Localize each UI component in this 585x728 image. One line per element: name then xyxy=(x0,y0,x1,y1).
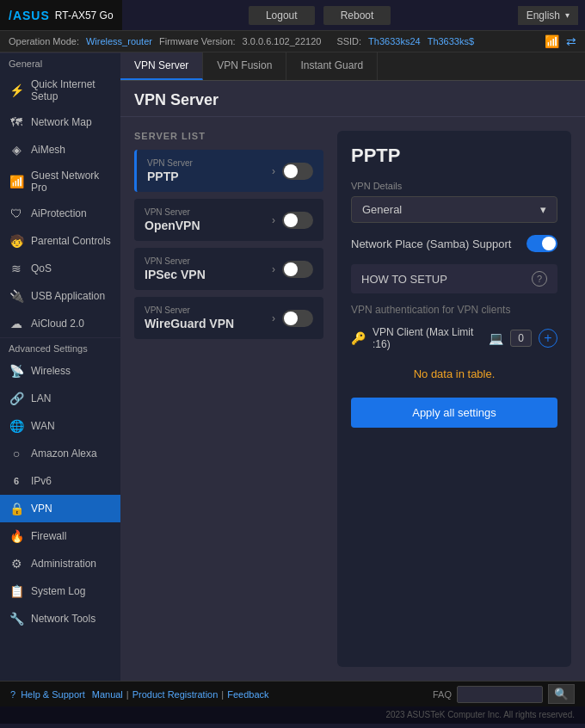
product-registration-link[interactable]: Product Registration xyxy=(132,689,219,700)
lan-icon: 🔗 xyxy=(9,391,24,406)
sidebar-item-qos[interactable]: ≋ QoS xyxy=(0,255,120,282)
logout-button[interactable]: Logout xyxy=(249,6,315,25)
vpn-server-label-openvpn: VPN Server xyxy=(145,207,272,217)
asus-logo: /ASUS xyxy=(9,9,50,22)
sidebar-item-administration[interactable]: ⚙ Administration xyxy=(0,550,120,577)
footer-faq: FAQ 🔍 xyxy=(433,684,575,704)
content-area: VPN Server VPN Fusion Instant Guard VPN … xyxy=(120,52,585,681)
how-to-setup-row[interactable]: HOW TO SETUP ? xyxy=(351,264,557,293)
apply-settings-button[interactable]: Apply all settings xyxy=(351,398,557,428)
faq-search-input[interactable] xyxy=(457,686,543,703)
vpn-server-item-openvpn[interactable]: VPN Server OpenVPN › xyxy=(134,199,323,241)
feedback-link[interactable]: Feedback xyxy=(227,689,268,700)
ipsec-toggle[interactable] xyxy=(282,261,313,278)
sidebar-item-vpn[interactable]: 🔒 VPN xyxy=(0,495,120,522)
vpn-server-name-wireguard: WireGuard VPN xyxy=(145,317,272,330)
wireguard-toggle[interactable] xyxy=(282,310,313,327)
chevron-right-icon: › xyxy=(272,263,275,275)
server-list-panel: SERVER LIST VPN Server PPTP › VPN Server… xyxy=(134,131,323,667)
page-title: VPN Server xyxy=(120,81,585,117)
sidebar-item-label: Wireless xyxy=(31,365,71,377)
sidebar-item-usb-application[interactable]: 🔌 USB Application xyxy=(0,282,120,310)
tab-vpn-server[interactable]: VPN Server xyxy=(120,52,203,80)
sidebar-item-aiprotection[interactable]: 🛡 AiProtection xyxy=(0,200,120,227)
copyright-text: 2023 ASUSTeK Computer Inc. All rights re… xyxy=(385,710,575,719)
administration-icon: ⚙ xyxy=(9,556,24,571)
pptp-panel: PPTP VPN Details General ▾ Network Place… xyxy=(337,131,571,667)
chevron-right-icon: › xyxy=(272,312,275,324)
help-circle-icon: ? xyxy=(532,271,547,287)
sidebar-item-wireless[interactable]: 📡 Wireless xyxy=(0,357,120,385)
how-to-setup-label: HOW TO SETUP xyxy=(361,273,447,286)
vpn-details-dropdown[interactable]: General ▾ xyxy=(351,196,557,223)
ssid1-value[interactable]: Th3633ks24 xyxy=(368,36,421,46)
sidebar-item-label: LAN xyxy=(31,392,51,404)
aimesh-icon: ◈ xyxy=(9,142,24,157)
vpn-server-name-pptp: PPTP xyxy=(147,170,272,183)
sidebar-item-network-map[interactable]: 🗺 Network Map xyxy=(0,108,120,136)
reboot-button[interactable]: Reboot xyxy=(323,6,391,25)
openvpn-toggle[interactable] xyxy=(282,212,313,229)
faq-search-button[interactable]: 🔍 xyxy=(548,684,575,704)
sidebar-item-label: Network Map xyxy=(31,116,92,128)
sidebar-item-label: Administration xyxy=(31,558,96,570)
network-place-row: Network Place (Samba) Support xyxy=(351,235,557,252)
network-place-toggle[interactable] xyxy=(526,235,557,252)
ssid2-value[interactable]: Th3633ks$ xyxy=(428,36,474,46)
sidebar-item-aicloud[interactable]: ☁ AiCloud 2.0 xyxy=(0,310,120,337)
sidebar-item-guest-network[interactable]: 📶 Guest Network Pro xyxy=(0,163,120,200)
sidebar-item-firewall[interactable]: 🔥 Firewall xyxy=(0,522,120,550)
wan-icon: 🌐 xyxy=(9,418,24,434)
pptp-toggle[interactable] xyxy=(282,163,313,180)
header: /ASUS RT-AX57 Go Logout Reboot English ▾ xyxy=(0,0,585,31)
info-bar: Operation Mode: Wireless_router Firmware… xyxy=(0,31,585,52)
aiprotection-icon: 🛡 xyxy=(9,206,24,221)
help-support-link[interactable]: Help & Support xyxy=(21,689,85,700)
wireless-icon: 📡 xyxy=(9,363,24,379)
sidebar-item-label: Quick Internet Setup xyxy=(31,78,112,102)
sidebar-item-label: System Log xyxy=(31,585,85,597)
language-label: English xyxy=(526,9,560,22)
copyright-bar: 2023 ASUSTeK Computer Inc. All rights re… xyxy=(0,706,585,724)
vpn-client-label: VPN Client (Max Limit :16) xyxy=(373,326,482,350)
add-client-button[interactable]: + xyxy=(539,329,557,348)
tab-vpn-fusion[interactable]: VPN Fusion xyxy=(203,52,286,80)
tab-instant-guard[interactable]: Instant Guard xyxy=(286,52,378,80)
sidebar-item-label: Amazon Alexa xyxy=(31,447,97,460)
sidebar-item-lan[interactable]: 🔗 LAN xyxy=(0,385,120,412)
dropdown-arrow-icon: ▾ xyxy=(540,203,546,216)
vpn-server-info-openvpn: VPN Server OpenVPN xyxy=(145,207,272,232)
operation-mode-label: Operation Mode: xyxy=(9,36,79,46)
no-data-text: No data in table. xyxy=(351,357,557,391)
vpn-server-name-openvpn: OpenVPN xyxy=(145,219,272,232)
network-tools-icon: 🔧 xyxy=(9,611,24,626)
sidebar-item-quick-internet[interactable]: ⚡ Quick Internet Setup xyxy=(0,72,120,108)
sidebar-item-label: Parental Controls xyxy=(31,235,111,247)
vpn-server-item-ipsec[interactable]: VPN Server IPSec VPN › xyxy=(134,248,323,290)
sidebar-item-system-log[interactable]: 📋 System Log xyxy=(0,577,120,605)
dropdown-value: General xyxy=(362,203,402,216)
main-layout: General ⚡ Quick Internet Setup 🗺 Network… xyxy=(0,52,585,681)
vpn-details-label: VPN Details xyxy=(351,181,557,191)
sidebar-item-label: Guest Network Pro xyxy=(31,170,112,194)
vpn-server-item-wireguard[interactable]: VPN Server WireGuard VPN › xyxy=(134,297,323,339)
sidebar-item-label: USB Application xyxy=(31,290,105,302)
pptp-title: PPTP xyxy=(351,145,557,167)
sidebar-item-label: IPv6 xyxy=(31,475,52,487)
tabs: VPN Server VPN Fusion Instant Guard xyxy=(120,52,585,81)
sidebar-item-amazon-alexa[interactable]: ○ Amazon Alexa xyxy=(0,440,120,467)
help-icon: ? xyxy=(10,689,15,700)
sidebar-item-ipv6[interactable]: 6 IPv6 xyxy=(0,467,120,495)
sidebar: General ⚡ Quick Internet Setup 🗺 Network… xyxy=(0,52,120,681)
operation-mode-value[interactable]: Wireless_router xyxy=(86,36,152,46)
language-selector[interactable]: English ▾ xyxy=(518,6,578,25)
sidebar-item-wan[interactable]: 🌐 WAN xyxy=(0,412,120,440)
vpn-server-item-pptp[interactable]: VPN Server PPTP › xyxy=(134,150,323,192)
vpn-auth-text: VPN authentication for VPN clients xyxy=(351,304,557,316)
sidebar-item-parental-controls[interactable]: 🧒 Parental Controls xyxy=(0,227,120,255)
device-icon: 💻 xyxy=(489,331,503,345)
sidebar-item-aimesh[interactable]: ◈ AiMesh xyxy=(0,136,120,163)
sidebar-item-network-tools[interactable]: 🔧 Network Tools xyxy=(0,605,120,632)
manual-link[interactable]: Manual xyxy=(92,689,123,700)
footer: ? Help & Support Manual | Product Regist… xyxy=(0,681,585,706)
